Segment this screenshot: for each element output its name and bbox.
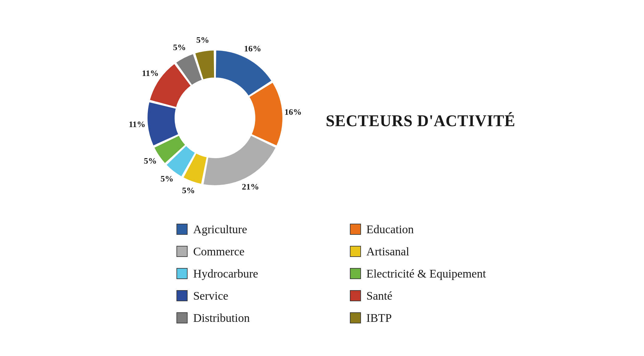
legend-label-Electricite-Equipement: Electricité & Equipement (367, 267, 486, 280)
legend-label-Artisanal: Artisanal (367, 245, 409, 258)
legend-label-IBTP: IBTP (367, 311, 392, 325)
legend-color-Commerce (176, 246, 188, 257)
legend-item-Artisanal: Artisanal (350, 245, 486, 258)
legend-item-Agriculture: Agriculture (176, 222, 313, 236)
legend-color-Service (176, 290, 188, 301)
legend-label-Hydrocarbure: Hydrocarbure (193, 267, 258, 280)
legend: AgricultureEducationCommerceArtisanalHyd… (158, 222, 486, 325)
svg-text:5%: 5% (144, 156, 157, 166)
svg-text:5%: 5% (196, 35, 209, 44)
legend-label-Sante: Santé (367, 289, 392, 302)
svg-text:11%: 11% (142, 68, 158, 78)
legend-color-Agriculture (176, 224, 188, 235)
chart-area: 16%16%21%5%5%5%11%11%5%5% SECTEURS D'ACT… (25, 32, 619, 204)
svg-text:11%: 11% (129, 119, 145, 129)
legend-item-Service: Service (176, 289, 313, 302)
legend-item-Electricite-Equipement: Electricité & Equipement (350, 267, 486, 280)
page-container: 16%16%21%5%5%5%11%11%5%5% SECTEURS D'ACT… (0, 19, 644, 337)
title-area: SECTEURS D'ACTIVITÉ (326, 106, 516, 130)
legend-label-Education: Education (367, 222, 414, 236)
legend-item-Education: Education (350, 222, 486, 236)
legend-label-Agriculture: Agriculture (193, 222, 247, 236)
legend-color-Hydrocarbure (176, 268, 188, 279)
svg-text:16%: 16% (244, 43, 261, 53)
chart-title: SECTEURS D'ACTIVITÉ (326, 112, 516, 130)
donut-chart: 16%16%21%5%5%5%11%11%5%5% (129, 32, 301, 204)
svg-text:5%: 5% (173, 42, 186, 52)
legend-item-Commerce: Commerce (176, 245, 313, 258)
legend-color-Education (350, 224, 361, 235)
svg-text:16%: 16% (284, 107, 301, 117)
legend-color-Artisanal (350, 246, 361, 257)
legend-item-Sante: Santé (350, 289, 486, 302)
legend-label-Distribution: Distribution (193, 311, 250, 325)
svg-text:5%: 5% (182, 186, 195, 195)
legend-label-Commerce: Commerce (193, 245, 245, 258)
legend-item-IBTP: IBTP (350, 311, 486, 325)
legend-color-Distribution (176, 312, 188, 323)
svg-text:21%: 21% (242, 182, 259, 191)
legend-color-Electricite-Equipement (350, 268, 361, 279)
legend-item-Distribution: Distribution (176, 311, 313, 325)
legend-label-Service: Service (193, 289, 228, 302)
legend-color-Sante (350, 290, 361, 301)
svg-text:5%: 5% (160, 174, 173, 183)
legend-item-Hydrocarbure: Hydrocarbure (176, 267, 313, 280)
legend-color-IBTP (350, 312, 361, 323)
